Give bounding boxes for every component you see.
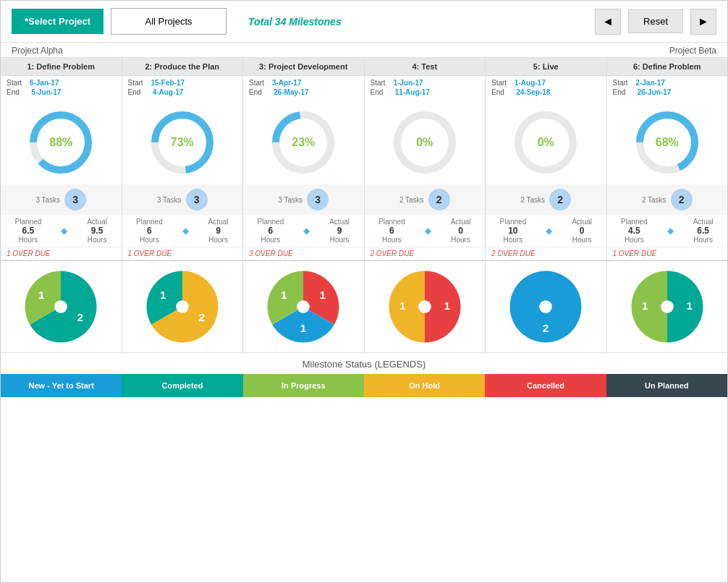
- planned-hours-2: Planned 6 Hours: [136, 218, 163, 244]
- pie-col-2: 21: [122, 261, 244, 352]
- svg-text:1: 1: [686, 299, 693, 312]
- header: *Select Project All Projects Total 34 Mi…: [1, 1, 727, 43]
- svg-text:1: 1: [444, 299, 450, 312]
- donut-label-5: 0%: [538, 136, 554, 149]
- svg-text:2: 2: [198, 311, 205, 323]
- phase-col-5: 5: Live Start 1-Aug-17 End 24-Sep-18 0% …: [486, 58, 607, 260]
- phase-header-1: 1: Define Problem: [1, 58, 122, 76]
- phase-col-4: 4: Test Start 1-Jun-17 End 11-Aug-17 0% …: [365, 58, 486, 260]
- pie-col-6: 11: [607, 261, 728, 352]
- phase-header-2: 2: Produce the Plan: [122, 58, 243, 76]
- total-milestones: Total 34 Milestones: [248, 16, 588, 27]
- svg-point-22: [418, 300, 431, 313]
- svg-point-15: [176, 300, 189, 313]
- all-projects-button[interactable]: All Projects: [111, 8, 227, 35]
- svg-point-19: [297, 300, 310, 313]
- pie-section: 212111111211: [1, 260, 727, 352]
- legend-item-1: Completed: [122, 374, 242, 397]
- phase-col-3: 3: Project Development Start 3-Apr-17 En…: [243, 58, 365, 260]
- legend-item-2: In Progress: [243, 374, 364, 397]
- diamond-icon-5: ◆: [546, 226, 552, 236]
- pie-chart-3: 111: [263, 267, 343, 346]
- actual-hours-1: Actual 9.5 Hours: [87, 218, 107, 244]
- actual-hours-2: Actual 9 Hours: [208, 218, 229, 244]
- legend-section: Milestone Status (LEGENDS) New - Yet to …: [1, 352, 727, 397]
- legend-items: New - Yet to StartCompletedIn ProgressOn…: [1, 374, 727, 397]
- tasks-label-3: 3 Tasks: [278, 196, 302, 204]
- tasks-bubble-4: 2: [428, 189, 450, 210]
- actual-hours-4: Actual 0 Hours: [451, 218, 471, 244]
- svg-text:1: 1: [399, 299, 406, 312]
- select-project-button[interactable]: *Select Project: [12, 9, 103, 34]
- svg-point-12: [54, 300, 67, 313]
- tasks-bubble-6: 2: [671, 189, 693, 210]
- donut-2: 73%: [146, 106, 219, 179]
- overdue-6: 1 OVER DUE: [607, 247, 728, 260]
- overdue-5: 2 OVER DUE: [486, 247, 606, 260]
- svg-text:1: 1: [38, 289, 45, 301]
- donut-3: 23%: [267, 106, 339, 179]
- phase-header-5: 5: Live: [486, 58, 606, 76]
- svg-text:2: 2: [543, 322, 549, 334]
- diamond-icon-6: ◆: [667, 226, 674, 236]
- next-button[interactable]: ►: [690, 9, 716, 35]
- pie-chart-4: 11: [385, 267, 465, 346]
- actual-hours-3: Actual 9 Hours: [329, 218, 350, 244]
- donut-6: 68%: [631, 106, 703, 179]
- planned-hours-6: Planned 4.5 Hours: [621, 218, 648, 244]
- tasks-label-4: 2 Tasks: [399, 196, 424, 204]
- phase-header-6: 6: Define Problem: [607, 58, 728, 76]
- donut-4: 0%: [389, 106, 461, 179]
- donut-label-3: 23%: [292, 136, 315, 149]
- tasks-label-2: 3 Tasks: [157, 196, 182, 204]
- legend-item-3: On Hold: [364, 374, 485, 397]
- pie-chart-5: 2: [506, 267, 585, 346]
- pie-col-3: 111: [243, 261, 365, 352]
- overdue-1: 1 OVER DUE: [1, 247, 122, 260]
- donut-5: 0%: [509, 106, 582, 179]
- project-beta-label: Project Beta: [669, 46, 716, 56]
- pie-col-1: 21: [1, 261, 122, 352]
- dashboard: *Select Project All Projects Total 34 Mi…: [0, 0, 728, 583]
- legend-item-5: Un Planned: [606, 374, 727, 397]
- overdue-2: 1 OVER DUE: [122, 247, 243, 260]
- planned-hours-3: Planned 6 Hours: [258, 218, 284, 244]
- diamond-icon-2: ◆: [182, 226, 189, 236]
- tasks-bubble-3: 3: [307, 189, 329, 210]
- svg-text:2: 2: [77, 311, 84, 323]
- tasks-label-1: 3 Tasks: [35, 196, 60, 204]
- legend-title: Milestone Status (LEGENDS): [1, 359, 727, 374]
- phase-header-4: 4: Test: [365, 58, 486, 76]
- donut-label-6: 68%: [656, 136, 679, 149]
- reset-button[interactable]: Reset: [628, 9, 683, 33]
- donut-label-4: 0%: [416, 136, 433, 149]
- svg-point-24: [539, 300, 552, 313]
- prev-button[interactable]: ◄: [595, 9, 621, 35]
- overdue-3: 3 OVER DUE: [243, 247, 364, 260]
- donut-label-1: 88%: [49, 136, 72, 149]
- tasks-label-6: 2 Tasks: [642, 196, 666, 204]
- pie-chart-2: 21: [143, 267, 222, 346]
- diamond-icon-4: ◆: [425, 226, 431, 236]
- tasks-bubble-1: 3: [64, 189, 86, 210]
- pie-chart-6: 11: [627, 267, 707, 346]
- project-labels: Project Alpha Project Beta: [1, 43, 727, 57]
- donut-label-2: 73%: [171, 136, 194, 149]
- svg-point-27: [661, 300, 674, 313]
- svg-text:1: 1: [320, 289, 326, 301]
- phases-row: 1: Define Problem Start 6-Jan-17 End 5-J…: [1, 57, 727, 260]
- phase-col-1: 1: Define Problem Start 6-Jan-17 End 5-J…: [1, 58, 122, 260]
- svg-text:1: 1: [160, 289, 166, 301]
- phase-col-2: 2: Produce the Plan Start 15-Feb-17 End …: [122, 58, 244, 260]
- diamond-icon-3: ◆: [303, 226, 310, 236]
- planned-hours-4: Planned 6 Hours: [378, 218, 405, 244]
- actual-hours-6: Actual 6.5 Hours: [693, 218, 714, 244]
- svg-text:1: 1: [281, 289, 287, 301]
- planned-hours-1: Planned 6.5 Hours: [15, 218, 42, 244]
- pie-col-5: 2: [486, 261, 607, 352]
- phase-header-3: 3: Project Development: [243, 58, 364, 76]
- overdue-4: 2 OVER DUE: [365, 247, 486, 260]
- tasks-bubble-2: 3: [186, 189, 208, 210]
- pie-chart-1: 21: [21, 267, 101, 346]
- svg-text:1: 1: [300, 322, 307, 334]
